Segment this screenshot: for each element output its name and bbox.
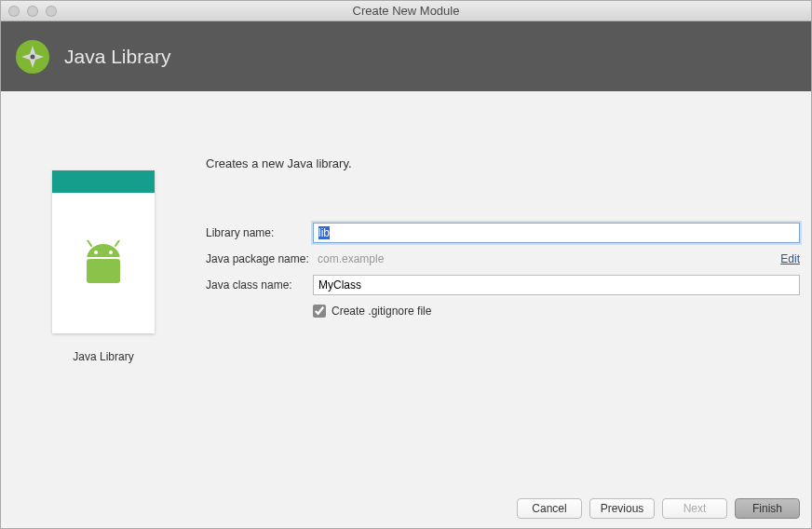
- form-description: Creates a new Java library.: [206, 156, 800, 170]
- svg-line-6: [115, 240, 119, 246]
- card-body: [52, 193, 155, 333]
- footer: Cancel Previous Next Finish: [1, 489, 811, 528]
- cancel-button[interactable]: Cancel: [517, 498, 582, 519]
- svg-rect-2: [87, 259, 120, 283]
- package-name-value: com.example: [313, 252, 773, 265]
- finish-button[interactable]: Finish: [735, 498, 800, 519]
- android-compass-icon: [14, 38, 51, 75]
- class-name-row: Java class name:: [206, 275, 800, 295]
- svg-point-1: [31, 54, 35, 59]
- next-button[interactable]: Next: [662, 498, 727, 519]
- svg-rect-7: [87, 257, 120, 259]
- header-title: Java Library: [64, 46, 170, 68]
- gitignore-checkbox[interactable]: [313, 305, 326, 318]
- library-name-row: Library name:: [206, 223, 800, 243]
- window-title: Create New Module: [1, 4, 811, 18]
- package-name-row: Java package name: com.example Edit: [206, 252, 800, 265]
- header-banner: Java Library: [1, 21, 811, 91]
- library-name-label: Library name:: [206, 226, 313, 239]
- minimize-window-icon[interactable]: [27, 6, 38, 17]
- close-window-icon[interactable]: [8, 6, 20, 17]
- class-name-label: Java class name:: [206, 278, 313, 292]
- content-area: Java Library Creates a new Java library.…: [1, 91, 811, 489]
- svg-line-5: [88, 240, 91, 246]
- android-icon: [75, 240, 131, 287]
- module-card: [52, 170, 155, 333]
- left-column: Java Library: [1, 91, 206, 489]
- card-accent: [52, 170, 155, 193]
- form-area: Creates a new Java library. Library name…: [206, 91, 811, 489]
- titlebar: Create New Module: [1, 1, 811, 21]
- gitignore-row: Create .gitignore file: [313, 305, 800, 318]
- class-name-input[interactable]: [313, 275, 800, 295]
- svg-point-4: [109, 251, 113, 254]
- dialog-window: Create New Module Java Library: [0, 0, 812, 529]
- svg-point-3: [94, 251, 98, 254]
- edit-package-link[interactable]: Edit: [780, 252, 800, 265]
- library-name-input[interactable]: [313, 223, 800, 243]
- package-name-label: Java package name:: [206, 252, 313, 265]
- gitignore-label: Create .gitignore file: [332, 305, 431, 318]
- previous-button[interactable]: Previous: [589, 498, 655, 519]
- card-label: Java Library: [73, 350, 133, 363]
- maximize-window-icon[interactable]: [46, 6, 57, 17]
- traffic-lights: [1, 6, 57, 17]
